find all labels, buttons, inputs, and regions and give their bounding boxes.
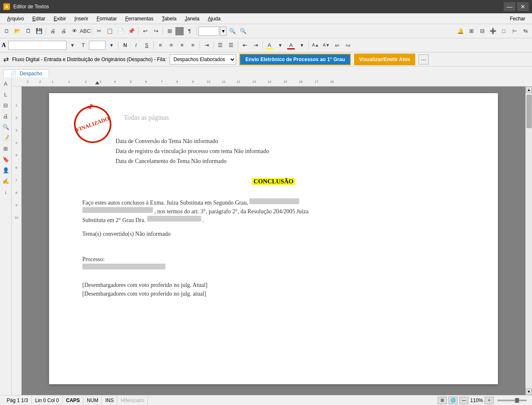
align-right-button[interactable]: ≡ <box>177 40 187 50</box>
view-web-button[interactable]: 🌐 <box>448 397 458 404</box>
font-name-dropdown[interactable]: ▾ <box>67 40 77 50</box>
sidebar-styles-icon[interactable]: ⊟ <box>1 101 10 110</box>
menu-janela[interactable]: Janela <box>181 15 203 23</box>
send-electronic-button[interactable]: Envio Eletrônico de Processos ao 1° Grau <box>239 54 351 65</box>
bell-icon[interactable]: 🔔 <box>456 26 466 36</box>
menu-ajuda[interactable]: Ajuda <box>204 15 224 23</box>
save-template-button[interactable]: 🗒 <box>23 26 33 36</box>
paste2-button[interactable]: 📌 <box>126 26 136 36</box>
scrollbar-track[interactable] <box>526 93 532 388</box>
paragraph-text-1b: , nos termos do art. 3°, parágrafo 2°, d… <box>155 208 309 215</box>
sidebar-format-icon[interactable]: A <box>1 79 10 88</box>
zoom-search2[interactable]: 🔍 <box>238 26 248 36</box>
sidebar-print-icon[interactable]: 🖨 <box>1 111 10 121</box>
sidebar-find-icon[interactable]: 🔍 <box>1 122 10 131</box>
menu-arquivo[interactable]: Arquivo <box>3 15 28 23</box>
fechar-button[interactable]: Fechar <box>507 15 529 22</box>
view-emit-button[interactable]: Visualizar/Emitir Atos <box>354 54 415 65</box>
paste-button[interactable]: 📄 <box>116 26 126 36</box>
sidebar-person-icon[interactable]: 👤 <box>1 165 10 175</box>
zoom-input[interactable]: 110% <box>198 27 219 36</box>
font-style-icon: A <box>2 42 6 49</box>
font-name-dropdown2[interactable]: T <box>78 40 88 50</box>
svg-text:13: 13 <box>252 80 256 84</box>
pilcrow-button[interactable]: ¶ <box>185 26 195 36</box>
redo-button[interactable]: ↪ <box>151 26 161 36</box>
menu-ferramentas[interactable]: Ferramentas <box>121 15 157 23</box>
sidebar-table-icon[interactable]: ⊞ <box>1 144 10 153</box>
save-button[interactable]: 💾 <box>34 26 44 36</box>
font-name-input[interactable]: Times New Roman <box>8 41 66 50</box>
more-options-button[interactable]: ··· <box>419 54 429 64</box>
grid1-button[interactable]: ⊞ <box>466 26 476 36</box>
toolbar1: 🗋 📂 🗒 💾 🖨 🖨 👁 ABC ✂ 📋 📄 📌 ↩ ↪ ⊞ ¶ 110% ▾… <box>0 24 532 38</box>
table-button[interactable]: ⊞ <box>165 26 175 36</box>
outdent-button[interactable]: ⇤ <box>240 40 250 50</box>
view-layout-button[interactable]: ⊞ <box>438 397 447 404</box>
open-button[interactable]: 📂 <box>12 26 22 36</box>
zoom-search1[interactable]: 🔍 <box>227 26 237 36</box>
arrows-button[interactable]: ⇆ <box>520 26 530 36</box>
sidebar-sign-icon[interactable]: ✍ <box>1 176 10 185</box>
scrollbar-up-button[interactable]: ▲ <box>526 86 532 93</box>
print-button[interactable]: 🖨 <box>48 26 58 36</box>
nav-button[interactable]: ⊢ <box>510 26 520 36</box>
grid2-button[interactable]: ⊟ <box>477 26 487 36</box>
close-button[interactable]: ✕ <box>517 2 529 11</box>
flow-select[interactable]: Despachos Elaborados <box>170 54 236 64</box>
vertical-scrollbar[interactable]: ▲ ▼ <box>525 86 532 395</box>
scrollbar-down-button[interactable]: ▼ <box>526 388 532 395</box>
copy-button[interactable]: 📋 <box>105 26 115 36</box>
font-color-button[interactable]: A <box>286 40 296 50</box>
print2-button[interactable]: 🖨 <box>59 26 69 36</box>
menu-tabela[interactable]: Tabela <box>158 15 180 23</box>
menu-editar[interactable]: Editar <box>29 15 49 23</box>
indent-button[interactable]: ⇥ <box>202 40 212 50</box>
page-label: Pág 1 <box>7 398 20 403</box>
align-left-button[interactable]: ≡ <box>155 40 165 50</box>
fontsize-up-button[interactable]: A▲ <box>310 40 320 50</box>
align-justify-button[interactable]: ≡ <box>188 40 198 50</box>
zoom-slider-button[interactable] <box>495 397 529 404</box>
sidebar-notes-icon[interactable]: 📝 <box>1 133 10 142</box>
minimize-button[interactable]: — <box>504 2 515 11</box>
menu-inserir[interactable]: Inserir <box>71 15 92 23</box>
ins-indicator: INS <box>102 395 117 405</box>
zoom-dropdown[interactable]: ▾ <box>220 27 227 36</box>
cut-button[interactable]: ✂ <box>94 26 104 36</box>
underline-button[interactable]: S <box>142 40 152 50</box>
sidebar-bookmark-icon[interactable]: 🔖 <box>1 155 10 164</box>
sep-tb2-1 <box>118 41 118 49</box>
zoom-out-button[interactable]: — <box>459 397 468 404</box>
rect-button[interactable]: □ <box>499 26 509 36</box>
list-number-button[interactable]: ☰ <box>226 40 236 50</box>
list-bullet-button[interactable]: ☰ <box>215 40 225 50</box>
fontsize-small-button[interactable]: aA <box>332 40 342 50</box>
font-size-input[interactable]: 12 <box>89 41 106 50</box>
indent2-button[interactable]: ⇥ <box>251 40 261 50</box>
bold-button[interactable]: N <box>120 40 130 50</box>
font-size-dropdown[interactable]: ▾ <box>106 40 116 50</box>
sidebar-ruler-icon[interactable]: L <box>1 90 10 99</box>
highlight-button[interactable]: A <box>264 40 274 50</box>
align-center-button[interactable]: ≡ <box>166 40 176 50</box>
tab-despacho[interactable]: 📄 Despacho <box>3 69 49 77</box>
sidebar-arrow-icon[interactable]: ↓ <box>1 187 10 196</box>
preview-button[interactable]: 👁 <box>69 26 79 36</box>
scrollbar-thumb[interactable] <box>527 95 532 128</box>
fontcase-button[interactable]: Aa <box>343 40 353 50</box>
new-button[interactable]: 🗋 <box>2 26 12 36</box>
menu-formatar[interactable]: Formatar <box>93 15 121 23</box>
shading-button[interactable] <box>175 27 184 35</box>
highlight-dropdown[interactable]: ▾ <box>275 40 285 50</box>
menu-exibir[interactable]: Exibir <box>50 15 70 23</box>
plus-button[interactable]: ➕ <box>488 26 498 36</box>
spell-button[interactable]: ABC <box>80 26 90 36</box>
svg-text:17: 17 <box>315 80 318 84</box>
font-color-dropdown[interactable]: ▾ <box>297 40 307 50</box>
zoom-in-button[interactable]: + <box>485 397 494 404</box>
fontsize-down-button[interactable]: A▼ <box>321 40 331 50</box>
italic-button[interactable]: I <box>131 40 141 50</box>
undo-button[interactable]: ↩ <box>140 26 150 36</box>
document-scroll-area[interactable]: 📌 FINALIZADO Todas as páginas Data de Co… <box>22 86 525 395</box>
